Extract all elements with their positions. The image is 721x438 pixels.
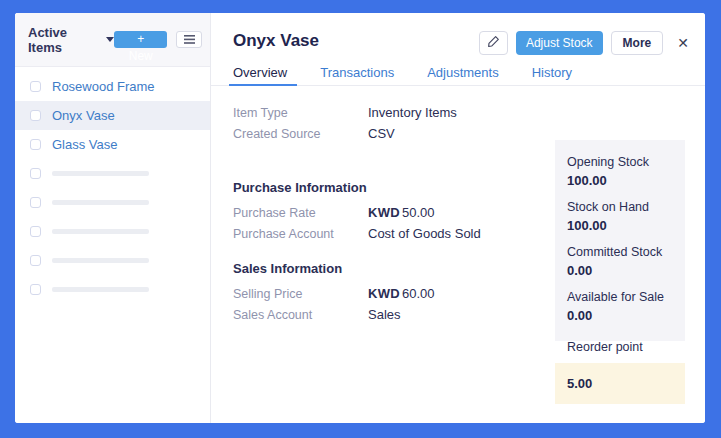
sidebar-header: Active Items + New bbox=[15, 13, 210, 67]
row-checkbox[interactable] bbox=[30, 197, 41, 208]
reorder-point-label: Reorder point bbox=[567, 340, 685, 354]
overview-fields: Item Type Inventory Items Created Source… bbox=[211, 86, 541, 324]
page-title: Onyx Vase bbox=[233, 31, 319, 51]
field-label: Purchase Rate bbox=[233, 206, 368, 220]
field-label: Purchase Account bbox=[233, 227, 368, 241]
stock-value: 0.00 bbox=[567, 263, 673, 278]
list-item-onyx-vase[interactable]: Onyx Vase bbox=[15, 101, 210, 130]
list-item-glass-vase[interactable]: Glass Vase bbox=[15, 130, 210, 159]
tab-transactions[interactable]: Transactions bbox=[320, 65, 394, 85]
field-selling-price: Selling Price KWD60.00 bbox=[233, 286, 541, 303]
list-item-placeholder[interactable] bbox=[15, 188, 210, 217]
row-checkbox[interactable] bbox=[30, 226, 41, 237]
tab-history[interactable]: History bbox=[532, 65, 572, 85]
stock-value: 0.00 bbox=[567, 308, 673, 323]
currency-code: KWD bbox=[368, 205, 400, 220]
field-item-type: Item Type Inventory Items bbox=[233, 105, 541, 122]
currency-code: KWD bbox=[368, 286, 400, 301]
list-item-label: Glass Vase bbox=[52, 137, 118, 152]
edit-button[interactable] bbox=[479, 31, 508, 55]
sales-information-heading: Sales Information bbox=[233, 261, 541, 276]
field-value: Cost of Goods Sold bbox=[368, 226, 481, 241]
hamburger-icon bbox=[184, 32, 195, 47]
item-list-sidebar: Active Items + New Rosewood Frame O bbox=[15, 13, 211, 423]
field-value: CSV bbox=[368, 126, 395, 141]
stock-label: Opening Stock bbox=[567, 155, 673, 169]
row-checkbox[interactable] bbox=[30, 81, 41, 92]
row-checkbox[interactable] bbox=[30, 255, 41, 266]
more-button[interactable]: More bbox=[611, 31, 664, 55]
stock-entry-available-for-sale: Available for Sale 0.00 bbox=[567, 290, 673, 323]
list-item-label: Rosewood Frame bbox=[52, 79, 155, 94]
stock-value: 100.00 bbox=[567, 173, 673, 188]
placeholder-bar bbox=[52, 171, 149, 176]
placeholder-bar bbox=[52, 287, 149, 292]
list-view-toggle-button[interactable] bbox=[176, 31, 202, 48]
adjust-stock-button[interactable]: Adjust Stock bbox=[516, 31, 603, 55]
item-detail-panel: Onyx Vase Adjust Stock More ✕ Overview T… bbox=[211, 13, 705, 423]
list-item-placeholder[interactable] bbox=[15, 159, 210, 188]
field-value: KWD60.00 bbox=[368, 286, 435, 301]
field-value: Inventory Items bbox=[368, 105, 457, 120]
row-checkbox[interactable] bbox=[30, 110, 41, 121]
item-filter-dropdown[interactable]: Active Items bbox=[28, 25, 114, 55]
tab-overview[interactable]: Overview bbox=[233, 65, 287, 85]
field-value: KWD50.00 bbox=[368, 205, 435, 220]
field-purchase-account: Purchase Account Cost of Goods Sold bbox=[233, 226, 541, 243]
caret-down-icon bbox=[106, 37, 114, 42]
reorder-point-value: 5.00 bbox=[567, 376, 592, 391]
field-sales-account: Sales Account Sales bbox=[233, 307, 541, 324]
row-checkbox[interactable] bbox=[30, 139, 41, 150]
field-label: Item Type bbox=[233, 106, 368, 120]
field-purchase-rate: Purchase Rate KWD50.00 bbox=[233, 205, 541, 222]
field-label: Sales Account bbox=[233, 308, 368, 322]
placeholder-bar bbox=[52, 229, 149, 234]
close-icon[interactable]: ✕ bbox=[677, 36, 689, 50]
field-value: Sales bbox=[368, 307, 401, 322]
stock-label: Stock on Hand bbox=[567, 200, 673, 214]
stock-entry-committed-stock: Committed Stock 0.00 bbox=[567, 245, 673, 278]
item-list: Rosewood Frame Onyx Vase Glass Vase bbox=[15, 67, 210, 423]
list-item-label: Onyx Vase bbox=[52, 108, 115, 123]
placeholder-bar bbox=[52, 200, 149, 205]
field-label: Selling Price bbox=[233, 287, 368, 301]
stock-entry-stock-on-hand: Stock on Hand 100.00 bbox=[567, 200, 673, 233]
detail-tabs: Overview Transactions Adjustments Histor… bbox=[211, 65, 705, 86]
placeholder-bar bbox=[52, 258, 149, 263]
field-created-source: Created Source CSV bbox=[233, 126, 541, 143]
list-item-placeholder[interactable] bbox=[15, 275, 210, 304]
stock-label: Committed Stock bbox=[567, 245, 673, 259]
pencil-icon bbox=[487, 35, 500, 51]
stock-summary-panel: Opening Stock 100.00 Stock on Hand 100.0… bbox=[555, 140, 685, 341]
stock-entry-opening-stock: Opening Stock 100.00 bbox=[567, 155, 673, 188]
list-item-placeholder[interactable] bbox=[15, 246, 210, 275]
stock-value: 100.00 bbox=[567, 218, 673, 233]
row-checkbox[interactable] bbox=[30, 284, 41, 295]
reorder-point-box: 5.00 bbox=[555, 363, 685, 404]
header-actions: Adjust Stock More ✕ bbox=[479, 31, 693, 55]
item-detail-window: Active Items + New Rosewood Frame O bbox=[15, 13, 705, 423]
amount: 60.00 bbox=[402, 286, 435, 301]
tab-adjustments[interactable]: Adjustments bbox=[427, 65, 499, 85]
list-item-placeholder[interactable] bbox=[15, 217, 210, 246]
app-background: Active Items + New Rosewood Frame O bbox=[0, 0, 721, 438]
field-label: Created Source bbox=[233, 127, 368, 141]
amount: 50.00 bbox=[402, 205, 435, 220]
item-filter-label: Active Items bbox=[28, 25, 100, 55]
new-item-button[interactable]: + New bbox=[114, 31, 167, 48]
reorder-point-section: Reorder point 5.00 bbox=[555, 340, 685, 404]
stock-label: Available for Sale bbox=[567, 290, 673, 304]
row-checkbox[interactable] bbox=[30, 168, 41, 179]
purchase-information-heading: Purchase Information bbox=[233, 180, 541, 195]
list-item-rosewood-frame[interactable]: Rosewood Frame bbox=[15, 72, 210, 101]
